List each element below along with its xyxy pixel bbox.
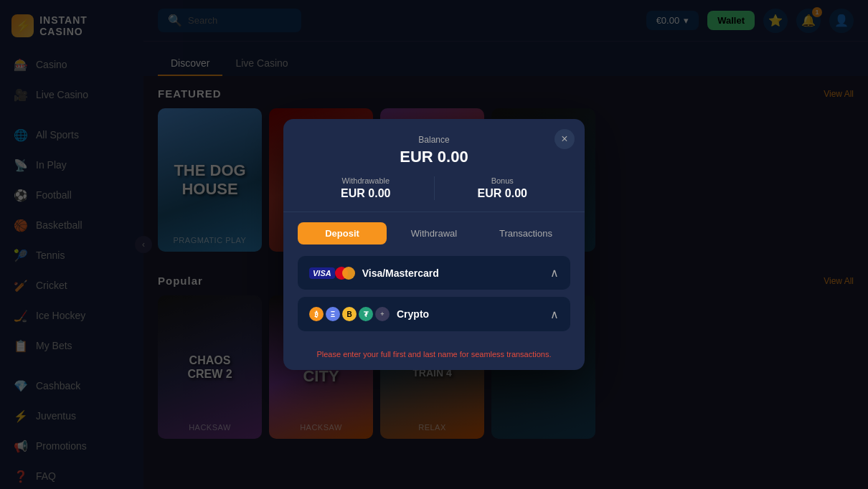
tab-transactions[interactable]: Transactions — [481, 222, 570, 244]
chevron-up-icon: ∧ — [550, 266, 559, 280]
payment-name: Visa/Mastercard — [362, 267, 439, 279]
chevron-up-icon-crypto: ∧ — [550, 308, 559, 321]
modal-tabs: Deposit Withdrawal Transactions — [283, 212, 585, 244]
payment-left: VISA Visa/Mastercard — [309, 267, 439, 280]
modal-close-button[interactable]: × — [555, 129, 575, 149]
modal-footer: Please enter your full first and last na… — [283, 343, 585, 370]
more-coins-icon: + — [375, 307, 390, 321]
payment-left-crypto: ₿ Ξ B ₮ + Crypto — [309, 307, 429, 321]
bonus-balance: Bonus EUR 0.00 — [435, 176, 571, 200]
tab-deposit[interactable]: Deposit — [298, 222, 387, 244]
modal-body: VISA Visa/Mastercard ∧ ₿ Ξ B — [283, 244, 585, 343]
payment-icons: VISA — [309, 267, 355, 280]
visa-icon: VISA — [309, 267, 335, 279]
usdt-icon: ₮ — [359, 307, 373, 321]
tab-withdrawal[interactable]: Withdrawal — [390, 222, 478, 244]
bonus-label: Bonus — [435, 176, 571, 185]
footer-text: Please enter your full first and last na… — [316, 350, 551, 359]
bnb-icon: B — [342, 307, 357, 321]
bonus-amount: EUR 0.00 — [435, 187, 571, 200]
modal-overlay[interactable]: Balance EUR 0.00 Withdrawable EUR 0.00 B… — [0, 0, 868, 489]
payment-visa-mastercard[interactable]: VISA Visa/Mastercard ∧ — [298, 256, 570, 290]
balance-label: Balance — [298, 135, 570, 145]
withdrawable-label: Withdrawable — [298, 176, 434, 185]
crypto-icons: ₿ Ξ B ₮ + — [309, 307, 390, 321]
modal-header: Balance EUR 0.00 Withdrawable EUR 0.00 B… — [283, 119, 585, 212]
mc-circle-orange — [342, 267, 355, 280]
mastercard-icon — [335, 267, 355, 280]
payment-crypto[interactable]: ₿ Ξ B ₮ + Crypto ∧ — [298, 297, 570, 331]
ethereum-icon: Ξ — [326, 307, 340, 321]
crypto-name: Crypto — [397, 308, 429, 320]
bitcoin-icon: ₿ — [309, 307, 324, 321]
withdrawable-balance: Withdrawable EUR 0.00 — [298, 176, 435, 200]
withdrawable-amount: EUR 0.00 — [298, 187, 434, 200]
balance-amount: EUR 0.00 — [298, 148, 570, 166]
wallet-modal: Balance EUR 0.00 Withdrawable EUR 0.00 B… — [283, 119, 585, 370]
sub-balances: Withdrawable EUR 0.00 Bonus EUR 0.00 — [298, 176, 570, 200]
